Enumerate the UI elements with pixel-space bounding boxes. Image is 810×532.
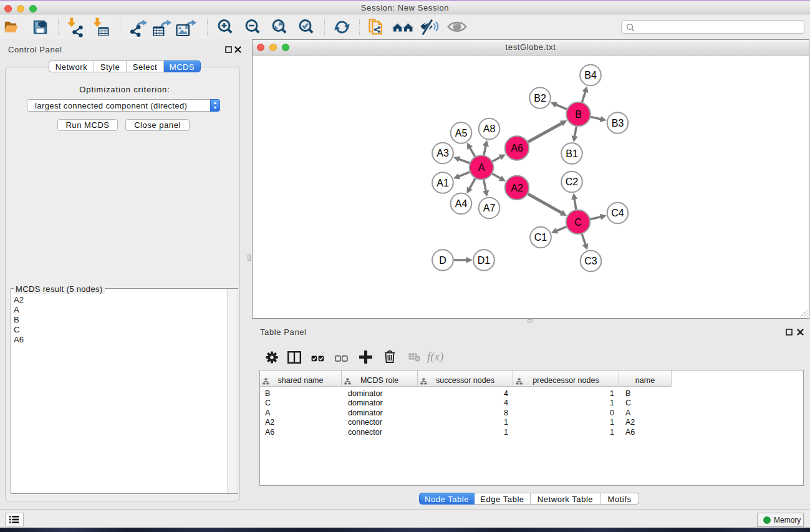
svg-text:C3: C3 [584, 256, 597, 266]
svg-text:B: B [575, 109, 582, 120]
svg-text:B2: B2 [534, 93, 546, 104]
svg-text:A8: A8 [483, 123, 496, 134]
svg-text:A3: A3 [436, 148, 449, 158]
svg-text:A5: A5 [455, 128, 468, 138]
svg-text:C2: C2 [566, 177, 579, 187]
svg-text:A4: A4 [455, 198, 468, 209]
svg-text:C1: C1 [534, 232, 547, 243]
svg-text:B4: B4 [584, 70, 597, 80]
svg-text:A6: A6 [511, 143, 523, 153]
svg-text:B1: B1 [566, 148, 578, 159]
svg-text:D: D [439, 255, 446, 266]
svg-text:A7: A7 [483, 203, 496, 213]
svg-text:B3: B3 [612, 118, 624, 128]
svg-text:A2: A2 [511, 183, 523, 193]
svg-text:A1: A1 [436, 178, 449, 188]
svg-text:A: A [478, 162, 485, 173]
svg-text:C: C [574, 217, 582, 228]
svg-text:C4: C4 [611, 208, 624, 218]
svg-text:D1: D1 [478, 255, 491, 266]
